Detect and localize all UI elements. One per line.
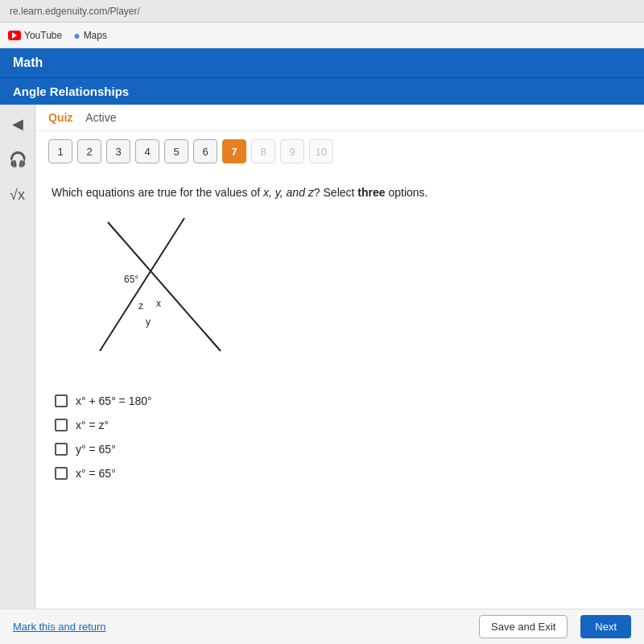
checkbox-1[interactable]: [55, 394, 68, 407]
angle-65-label: 65°: [124, 274, 138, 285]
q-num-2[interactable]: 2: [77, 139, 101, 163]
app-header: Math: [0, 48, 644, 77]
checkbox-2[interactable]: [55, 419, 68, 431]
maps-label: Maps: [84, 30, 107, 41]
q-num-5[interactable]: 5: [164, 139, 188, 163]
sidebar: ◀ 🎧 √x: [0, 105, 35, 644]
next-button[interactable]: Next: [580, 615, 631, 638]
q-num-9[interactable]: 9: [280, 139, 304, 163]
q-num-4[interactable]: 4: [135, 139, 159, 163]
angle-x-label: x: [156, 298, 161, 309]
bookmark-maps[interactable]: ● Maps: [73, 29, 107, 42]
maps-icon: ●: [73, 29, 80, 42]
sidebar-back-icon[interactable]: ◀: [5, 111, 31, 137]
question-numbers: 1 2 3 4 5 6 7 8 9 10: [35, 131, 644, 171]
quiz-label: Quiz: [48, 111, 72, 124]
diagram-container: 65° z x y: [60, 214, 628, 378]
answer-text-3: y° = 65°: [76, 443, 116, 456]
angle-diagram: 65° z x y: [60, 214, 237, 375]
q-num-1[interactable]: 1: [48, 139, 72, 163]
quiz-bar: Quiz Active: [35, 105, 644, 131]
svg-line-0: [108, 222, 221, 351]
save-exit-button[interactable]: Save and Exit: [479, 615, 568, 638]
question-variables: x, y, and z: [263, 186, 314, 199]
mark-return-link[interactable]: Mark this and return: [13, 621, 106, 633]
svg-line-1: [100, 218, 184, 351]
checkbox-3[interactable]: [55, 443, 68, 456]
youtube-label: YouTube: [24, 30, 62, 41]
answer-option-4[interactable]: x° = 65°: [55, 467, 628, 480]
answer-option-2[interactable]: x° = z°: [55, 419, 628, 431]
answer-text-1: x° + 65° = 180°: [76, 394, 152, 407]
page-title: Angle Relationships: [13, 85, 129, 98]
question-area: Which equations are true for the values …: [35, 171, 644, 493]
answer-options: x° + 65° = 180° x° = z° y° = 65° x° = 65…: [52, 394, 628, 480]
active-label: Active: [85, 111, 116, 124]
app-header-title: Math: [13, 56, 43, 70]
question-text-before: Which equations are true for the values …: [52, 186, 263, 199]
angle-y-label: y: [146, 316, 151, 328]
youtube-icon: [8, 31, 21, 40]
url-bar: re.learn.edgenuity.com/Player/: [10, 6, 140, 17]
q-num-6[interactable]: 6: [193, 139, 217, 163]
answer-option-3[interactable]: y° = 65°: [55, 443, 628, 456]
checkbox-4[interactable]: [55, 467, 68, 480]
question-text-after: ? Select: [314, 186, 357, 199]
main-content: Quiz Active 1 2 3 4 5 6 7 8 9 10 Which e…: [35, 105, 644, 644]
question-text: Which equations are true for the values …: [52, 184, 628, 201]
title-bar: Angle Relationships: [0, 77, 644, 105]
question-text-end: options.: [386, 186, 428, 199]
bottom-buttons: Save and Exit Next: [479, 615, 631, 638]
q-num-10[interactable]: 10: [309, 139, 333, 163]
answer-text-4: x° = 65°: [76, 467, 116, 480]
answer-text-2: x° = z°: [76, 419, 109, 431]
content-area: ◀ 🎧 √x Quiz Active 1 2 3 4 5 6 7 8 9 10 …: [0, 105, 644, 644]
sidebar-headphone-icon[interactable]: 🎧: [5, 147, 31, 172]
angle-z-label: z: [138, 300, 143, 312]
q-num-3[interactable]: 3: [106, 139, 130, 163]
sidebar-calculator-icon[interactable]: √x: [5, 182, 31, 208]
q-num-8[interactable]: 8: [251, 139, 275, 163]
bookmark-youtube[interactable]: YouTube: [8, 30, 62, 41]
browser-bar: re.learn.edgenuity.com/Player/: [0, 0, 644, 23]
bookmarks-bar: YouTube ● Maps: [0, 23, 644, 48]
answer-option-1[interactable]: x° + 65° = 180°: [55, 394, 628, 407]
question-emphasis: three: [357, 186, 385, 199]
q-num-7[interactable]: 7: [222, 139, 246, 163]
bottom-bar: Mark this and return Save and Exit Next: [0, 609, 644, 644]
